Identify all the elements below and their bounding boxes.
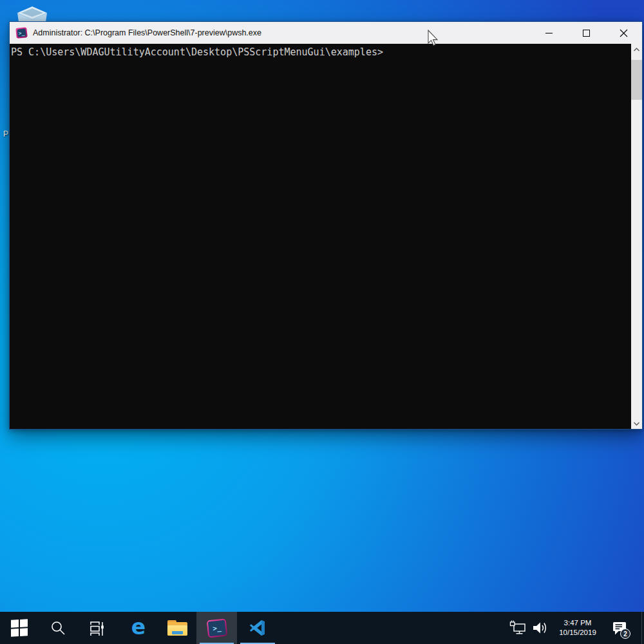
desktop-icon-label-partial[interactable]: P — [3, 129, 8, 138]
show-desktop-button[interactable] — [641, 612, 644, 644]
scroll-up-button[interactable] — [631, 44, 642, 55]
cursor-arrow-icon — [428, 30, 442, 48]
notification-badge: 2 — [620, 629, 630, 639]
chevron-down-icon — [634, 422, 639, 426]
minimize-button[interactable] — [530, 22, 567, 44]
window-titlebar[interactable]: >_ Administrator: C:\Program Files\Power… — [10, 22, 642, 44]
terminal-prompt: PS C:\Users\WDAGUtilityAccount\Desktop\P… — [11, 46, 383, 59]
desktop: { "desktop": { "partial_icon_label": "P"… — [0, 0, 644, 644]
start-button[interactable] — [0, 612, 39, 644]
network-tray-button[interactable] — [507, 612, 531, 644]
file-explorer-button[interactable] — [158, 612, 196, 644]
tray-date: 10/15/2019 — [559, 628, 596, 638]
action-center-button[interactable]: 2 — [604, 612, 635, 644]
windows-logo-icon — [11, 619, 28, 636]
mouse-cursor — [428, 30, 442, 50]
network-icon — [509, 620, 529, 636]
vscode-icon — [249, 619, 267, 637]
volume-icon — [532, 620, 549, 636]
tray-time: 3:47 PM — [564, 618, 592, 628]
edge-button[interactable]: e — [119, 612, 158, 644]
terminal-scrollbar[interactable] — [631, 44, 642, 429]
search-icon — [50, 620, 66, 636]
maximize-icon — [583, 30, 590, 37]
close-icon — [620, 29, 628, 37]
scrollbar-thumb[interactable] — [631, 60, 642, 100]
caption-buttons — [530, 22, 642, 44]
minimize-icon — [545, 33, 553, 33]
powershell-icon: >_ — [206, 618, 227, 638]
terminal-content[interactable]: PS C:\Users\WDAGUtilityAccount\Desktop\P… — [10, 44, 642, 429]
taskbar: e >_ — [0, 612, 644, 644]
clock[interactable]: 3:47 PM 10/15/2019 — [551, 612, 604, 644]
window-title: Administrator: C:\Program Files\PowerShe… — [33, 28, 261, 37]
powershell-taskbar-button[interactable]: >_ — [196, 612, 237, 644]
task-view-button[interactable] — [77, 612, 116, 644]
powershell-window: >_ Administrator: C:\Program Files\Power… — [9, 21, 643, 430]
taskbar-search-button[interactable] — [39, 612, 77, 644]
file-explorer-icon — [167, 620, 187, 636]
maximize-button[interactable] — [567, 22, 605, 44]
scroll-down-button[interactable] — [631, 418, 642, 429]
task-view-icon — [89, 620, 105, 636]
volume-tray-button[interactable] — [529, 612, 551, 644]
chevron-up-icon — [634, 48, 639, 52]
close-button[interactable] — [605, 22, 642, 44]
powershell-icon: >_ — [15, 27, 28, 39]
vscode-taskbar-button[interactable] — [237, 612, 278, 644]
edge-icon: e — [131, 616, 146, 638]
